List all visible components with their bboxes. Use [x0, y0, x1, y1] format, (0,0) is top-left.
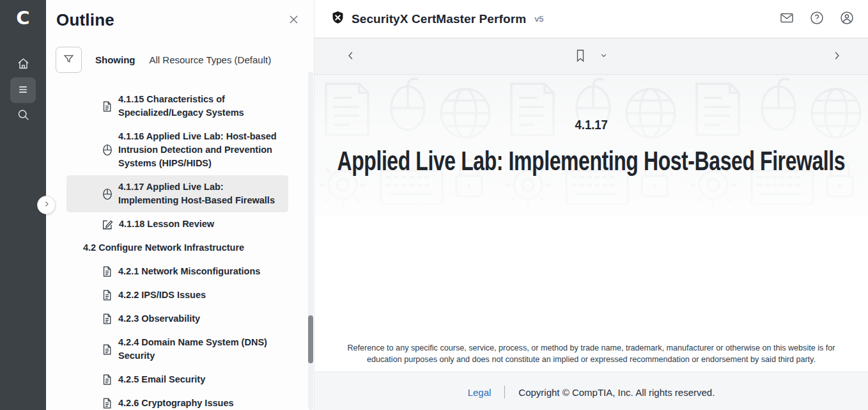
- person-circle-icon: [839, 10, 855, 28]
- main-area: SecurityX CertMaster Perform v5: [314, 0, 868, 410]
- outline-panel: Outline Showing All Resource Types (Defa…: [46, 0, 314, 410]
- chevron-right-icon: [831, 50, 842, 63]
- outline-panel-title: Outline: [56, 10, 114, 30]
- filter-row: Showing All Resource Types (Default): [56, 47, 314, 73]
- outline-item[interactable]: 4.2.4 Domain Name System (DNS) Security: [66, 331, 288, 368]
- chevron-right-icon: [43, 200, 50, 210]
- search-button[interactable]: [10, 103, 36, 129]
- chevron-down-icon: [600, 51, 608, 61]
- lesson-title: Applied Live Lab: Implementing Host-Base…: [337, 146, 846, 177]
- previous-lesson-button[interactable]: [343, 47, 359, 66]
- outline-item[interactable]: 4.2.5 Email Security: [66, 368, 288, 391]
- bookmark-icon: [575, 49, 586, 65]
- page-footer: Legal Copyright © CompTIA, Inc. All righ…: [314, 372, 868, 410]
- footer-divider: [504, 386, 505, 398]
- panel-collapse-toggle[interactable]: [37, 196, 56, 214]
- outline-scrollbar-thumb[interactable]: [308, 315, 313, 363]
- outline-item-label: 4.2.6 Cryptography Issues: [118, 397, 234, 410]
- close-outline-button[interactable]: [288, 13, 300, 28]
- copyright-text: Copyright © CompTIA, Inc. All rights res…: [518, 387, 715, 398]
- next-lesson-button[interactable]: [828, 47, 845, 66]
- outline-scrollbar-track[interactable]: [308, 72, 313, 410]
- document-icon: [102, 373, 112, 386]
- outline-item-label: 4.1.15 Characteristics of Specialized/Le…: [118, 93, 283, 120]
- lesson-content-area: Reference to any specific course, servic…: [314, 216, 868, 372]
- edit-icon: [102, 217, 113, 231]
- top-header: SecurityX CertMaster Perform v5: [314, 0, 868, 38]
- account-button[interactable]: [837, 10, 856, 29]
- close-icon: [288, 18, 300, 28]
- document-icon: [102, 288, 112, 302]
- outline-item-label: 4.2.3 Observability: [118, 312, 200, 326]
- outline-item-label: 4.2.2 IPS/IDS Issues: [118, 288, 206, 302]
- funnel-icon: [63, 53, 75, 67]
- document-icon: [102, 397, 112, 410]
- outline-item-label: 4.2.1 Network Misconfigurations: [118, 265, 260, 278]
- bookmark-button[interactable]: [572, 46, 589, 67]
- outline-item[interactable]: 4.2.3 Observability: [66, 307, 288, 331]
- outline-item[interactable]: 4.2.1 Network Misconfigurations: [66, 260, 288, 283]
- lesson-navbar: [314, 38, 868, 75]
- outline-item[interactable]: 4.2.2 IPS/IDS Issues: [66, 283, 288, 307]
- mouse-icon: [102, 130, 112, 170]
- home-icon: [17, 57, 30, 72]
- lesson-hero-banner: 4.1.17 Applied Live Lab: Implementing Ho…: [314, 75, 868, 216]
- rail-nav: [10, 52, 36, 129]
- filter-value[interactable]: All Resource Types (Default): [150, 54, 272, 65]
- envelope-icon: [779, 10, 794, 28]
- outline-item-label: 4.2.4 Domain Name System (DNS) Security: [118, 336, 283, 363]
- app-title: SecurityX CertMaster Perform: [352, 12, 526, 26]
- chevron-left-icon: [345, 50, 357, 63]
- document-icon: [102, 93, 112, 120]
- bookmark-group: [572, 46, 610, 67]
- brand: SecurityX CertMaster Perform v5: [330, 10, 544, 28]
- filter-showing-label: Showing: [95, 54, 136, 65]
- messages-button[interactable]: [777, 10, 796, 29]
- document-icon: [102, 336, 112, 363]
- securityx-shield-icon: [330, 10, 345, 28]
- menu-icon: [17, 83, 29, 98]
- question-circle-icon: [809, 10, 825, 28]
- home-button[interactable]: [10, 52, 36, 77]
- header-actions: [777, 10, 856, 29]
- search-icon: [17, 108, 30, 123]
- filter-button[interactable]: [56, 47, 82, 73]
- mouse-icon: [102, 180, 112, 207]
- document-icon: [102, 312, 112, 326]
- outline-list: 4.1.15 Characteristics of Specialized/Le…: [46, 88, 314, 410]
- outline-item[interactable]: 4.1.17 Applied Live Lab: Implementing Ho…: [66, 175, 288, 212]
- outline-item[interactable]: 4.1.16 Applied Live Lab: Host-based Intr…: [66, 125, 288, 175]
- document-icon: [102, 265, 112, 278]
- app-root: C: [0, 0, 868, 410]
- lesson-number: 4.1.17: [575, 117, 607, 132]
- outline-menu-button[interactable]: [10, 77, 36, 103]
- outline-item[interactable]: 4.1.18 Lesson Review: [66, 212, 288, 236]
- outline-item-label: 4.1.16 Applied Live Lab: Host-based Intr…: [118, 130, 283, 170]
- outline-section-header[interactable]: 4.2 Configure Network Infrastructure: [75, 236, 297, 260]
- help-button[interactable]: [807, 10, 826, 29]
- comptia-logo: C: [16, 6, 29, 29]
- outline-item-label: 4.2 Configure Network Infrastructure: [83, 241, 244, 255]
- app-version-badge: v5: [534, 14, 543, 24]
- bookmark-dropdown-button[interactable]: [597, 49, 610, 64]
- outline-item[interactable]: 4.1.15 Characteristics of Specialized/Le…: [66, 88, 288, 125]
- outline-item-label: 4.2.5 Email Security: [118, 373, 205, 386]
- outline-item[interactable]: 4.2.6 Cryptography Issues: [66, 391, 288, 410]
- legal-link[interactable]: Legal: [468, 387, 492, 398]
- disclaimer-text: Reference to any specific course, servic…: [341, 343, 842, 366]
- outline-item-label: 4.1.18 Lesson Review: [119, 217, 214, 231]
- outline-item-label: 4.1.17 Applied Live Lab: Implementing Ho…: [118, 180, 283, 207]
